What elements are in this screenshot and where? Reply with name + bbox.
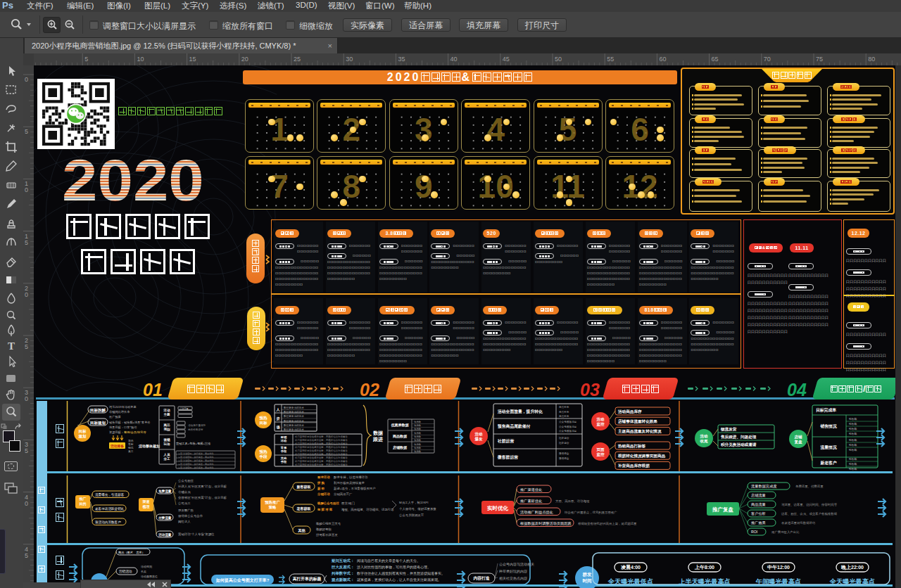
svg-text:补货商品库存根据: 补货商品库存根据 (617, 464, 650, 468)
svg-text:个人微信号、做好流量承接: 个人微信号、做好流量承接 (399, 507, 436, 511)
svg-text:朋友圈广告: 朋友圈广告 (178, 509, 194, 512)
svg-text:领券数: 领券数 (414, 432, 422, 435)
svg-text:0: 0 (25, 291, 28, 298)
svg-text:唤醒好帮街: 唤醒好帮街 (316, 528, 332, 532)
svg-text:70: 70 (764, 56, 771, 63)
svg-text:科只营销定变活动提升拉新，风险控估以为传播活: 科只营销定变活动提升拉新，风险控估以为传播活 (295, 459, 348, 463)
svg-text:主题商品流量及转化情况: 主题商品流量及转化情况 (617, 429, 662, 434)
svg-text:55: 55 (607, 56, 614, 63)
svg-text:营销: 营销 (163, 437, 171, 442)
svg-text:店铺: 店铺 (794, 435, 803, 440)
svg-text:唤醒心细百万大号: 唤醒心细百万大号 (316, 521, 341, 526)
svg-text:手段: 手段 (281, 460, 287, 464)
svg-text:科只营销定变活动提升拉新，风险控估以为传播活: 科只营销定变活动提升拉新，风险控估以为传播活 (295, 456, 348, 459)
svg-text:商品数据: 商品数据 (392, 434, 408, 439)
svg-text:推广: 推广 (79, 497, 87, 501)
svg-text:浏览量、访客量、访问时间、停留时间等: 浏览量、访客量、访问时间、停留时间等 (781, 503, 838, 507)
svg-text:根据转化情况调整页面商品: 根据转化情况调整页面商品 (617, 454, 666, 459)
svg-text:数字往往会让人感觉到有真实性，并且想追切知道事实。: 数字往往会让人感觉到有真实性，并且想追切知道事实。 (357, 571, 445, 576)
svg-text:物流: 物流 (128, 446, 134, 449)
svg-text:人: 人 (276, 407, 281, 411)
svg-text:监控: 监控 (597, 452, 605, 457)
svg-text:手段: 手段 (281, 449, 287, 454)
svg-text:微信税金: 微信税金 (559, 452, 569, 455)
svg-text:0: 0 (25, 500, 28, 507)
svg-text:销售额: 销售额 (848, 443, 857, 447)
svg-text:5: 5 (25, 447, 28, 454)
svg-text:根据数据及时调整活动页面思路: 根据数据及时调整活动页面思路 (520, 521, 572, 526)
svg-text:公司员工: 公司员工 (178, 501, 191, 505)
svg-text:全天曝光最高点: 全天曝光最高点 (829, 577, 875, 585)
svg-text:店铺流量: 店铺流量 (751, 493, 766, 498)
svg-text:整点秒杀: 整点秒杀 (559, 411, 569, 414)
svg-text:公众号模板消息: 公众号模板消息 (559, 426, 577, 428)
svg-text:5: 5 (25, 128, 28, 135)
svg-text:推广预算: 推广预算 (109, 415, 122, 419)
svg-text:货: 货 (276, 416, 281, 421)
svg-text:销售情况: 销售情况 (819, 423, 837, 429)
svg-text:80: 80 (868, 56, 875, 63)
svg-text:积分兑换活动或邀请: 积分兑换活动或邀请 (720, 442, 757, 447)
svg-text:领券数: 领券数 (414, 428, 422, 430)
svg-text:凌晨4:00: 凌晨4:00 (621, 564, 641, 570)
svg-text:配变专辑，以途传播活动: 配变专辑，以途传播活动 (334, 475, 367, 479)
svg-text:上半天曝光最高点: 上半天曝光最高点 (678, 577, 731, 585)
svg-text:复盘: 复盘 (794, 440, 803, 445)
svg-text:0: 0 (25, 395, 28, 402)
svg-text:优惠券数据: 优惠券数据 (391, 423, 410, 428)
svg-text:活动流量: 活动流量 (158, 532, 172, 537)
svg-text:爆发: 爆发 (474, 436, 484, 442)
svg-text:5: 5 (25, 552, 28, 559)
svg-text:分工: 分工 (163, 456, 171, 461)
svg-text:售后跟进、问题处理: 售后跟进、问题处理 (720, 435, 757, 440)
svg-text:35: 35 (398, 56, 405, 63)
svg-text:预热: 预热 (259, 416, 268, 421)
svg-text:相关社交热点内容: 相关社交热点内容 (499, 576, 527, 580)
svg-text:活动: 活动 (596, 417, 605, 422)
svg-text:目标: 目标 (79, 429, 87, 434)
svg-text:新进+温身，不迫青做饭买用户: 新进+温身，不迫青做饭买用户 (334, 487, 376, 490)
svg-text:海报、商品端建、活动砌花、话题引导: 海报、商品端建、活动砌花、话题引导 (341, 508, 394, 512)
svg-text:整规/会员/转化等: 整规/会员/转化等 (124, 430, 146, 434)
svg-text:公众号关联词设置: 公众号关联词设置 (399, 513, 424, 517)
svg-text:流量目标：口常*预估: 流量目标：口常*预估 (109, 426, 137, 430)
svg-text:5: 5 (84, 56, 88, 63)
svg-text:配任服务流程话术: 配任服务流程话术 (284, 423, 304, 427)
svg-text:裂变活动: 裂变活动 (317, 475, 330, 479)
svg-text:领券数: 领券数 (414, 447, 422, 449)
svg-text:抒写客社群直发: 抒写客社群直发 (315, 533, 338, 537)
svg-text:规划: 规划 (78, 434, 87, 439)
svg-text:推广效果: 推广效果 (751, 520, 766, 525)
svg-text:商品: 商品 (163, 423, 171, 428)
svg-text:其他: 其他 (298, 528, 306, 533)
svg-text:商品价格设置: 商品价格设置 (188, 428, 203, 431)
svg-text:店铺同比增长率: 店铺同比增长率 (109, 410, 130, 414)
svg-text:公众号模板消息: 公众号模板消息 (559, 430, 577, 433)
svg-text:推广渠道优化: 推广渠道优化 (520, 487, 542, 492)
svg-text:根据限射有特化好的商品上架，延后期流量: 根据限射有特化好的商品上架，延后期流量 (578, 521, 637, 526)
svg-text:25: 25 (294, 56, 301, 63)
svg-text:T: T (8, 340, 15, 352)
svg-text:微信体公众号合作: 微信体公众号合作 (178, 514, 203, 518)
svg-text:店铺会员: 店铺会员 (178, 490, 191, 494)
svg-text:收尾: 收尾 (700, 439, 709, 444)
svg-text:ROI: ROI (751, 530, 757, 534)
svg-text:活动规则: 活动规则 (141, 565, 152, 569)
svg-text:拼 购: 拼 购 (317, 481, 325, 485)
svg-text:活动氛围营造: 活动氛围营造 (141, 575, 158, 578)
svg-text:预热: 预热 (259, 449, 268, 454)
svg-text:网红达人: 网红达人 (178, 520, 191, 523)
svg-text:商品流量: 商品流量 (751, 502, 766, 507)
svg-text:社群人员"社区发展"计划，设定目标: 社群人员"社区发展"计划，设定目标 (178, 485, 227, 489)
svg-text:唤醒公众号粉丝: 唤醒公众号粉丝 (317, 501, 339, 506)
svg-text:科只营销定变活动提升拉新，风险控估以为传播活: 科只营销定变活动提升拉新，风险控估以为传播活 (295, 435, 348, 438)
svg-text:配任服务流程话术: 配任服务流程话术 (284, 410, 304, 414)
svg-text:涉入对比性强烈的事物，写出用户的猎奇心理。: 涉入对比性强烈的事物，写出用户的猎奇心理。 (357, 565, 431, 570)
svg-text:数据: 数据 (373, 430, 383, 436)
svg-text:实时优化: 实时优化 (487, 505, 509, 511)
svg-text:人员: 人员 (163, 452, 171, 456)
svg-text:活动: 活动 (163, 409, 171, 412)
svg-text:10: 10 (137, 56, 144, 63)
svg-text:场: 场 (276, 425, 280, 430)
svg-text:监控: 监控 (597, 422, 605, 427)
